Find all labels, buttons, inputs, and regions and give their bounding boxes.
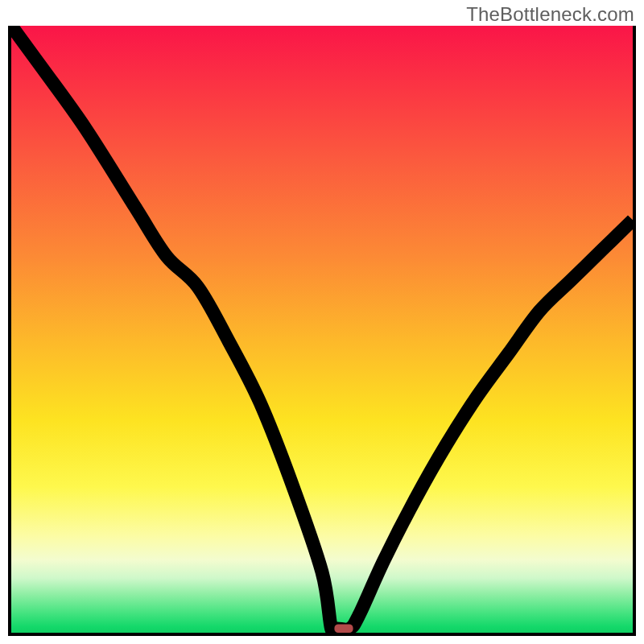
watermark-text: TheBottleneck.com — [466, 3, 634, 26]
bottleneck-curve-svg — [11, 26, 633, 633]
chart-frame: TheBottleneck.com — [0, 0, 644, 644]
bottleneck-curve — [11, 26, 633, 633]
plot-area — [8, 26, 636, 636]
optimum-marker — [334, 624, 353, 633]
